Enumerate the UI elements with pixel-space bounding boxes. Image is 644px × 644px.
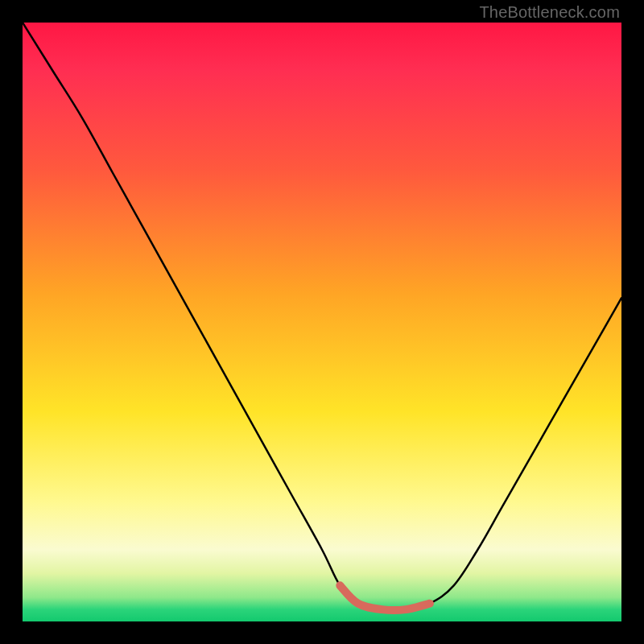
plot-area	[23, 23, 621, 621]
valley-highlight-path	[340, 585, 430, 610]
watermark-text: TheBottleneck.com	[479, 3, 620, 22]
bottleneck-curve-path	[23, 23, 621, 610]
chart-frame: TheBottleneck.com	[0, 0, 644, 644]
curve-svg	[23, 23, 621, 621]
